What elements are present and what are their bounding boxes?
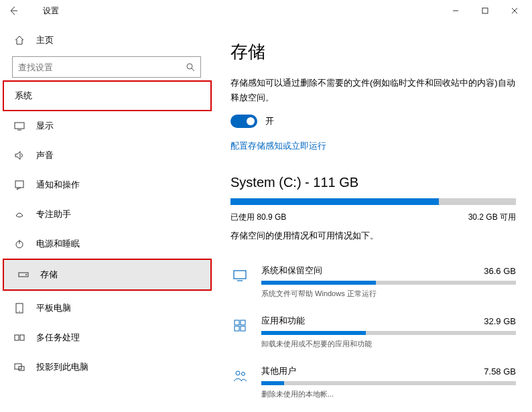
multitasking-icon bbox=[13, 332, 25, 344]
category-size: 32.9 GB bbox=[484, 316, 516, 326]
svg-point-18 bbox=[236, 371, 240, 375]
sidebar-home-label: 主页 bbox=[36, 34, 54, 46]
sidebar-item-focus[interactable]: 专注助手 bbox=[0, 200, 214, 229]
sidebar-item-multitasking[interactable]: 多任务处理 bbox=[0, 323, 214, 352]
category-sub: 系统文件可帮助 Windows 正常运行 bbox=[261, 289, 516, 299]
minimize-button[interactable] bbox=[444, 3, 468, 19]
storage-sense-toggle[interactable] bbox=[230, 115, 257, 128]
drive-title: System (C:) - 111 GB bbox=[230, 175, 516, 190]
sidebar-item-label: 投影到此电脑 bbox=[36, 361, 88, 373]
category-label: 应用和功能 bbox=[261, 315, 305, 327]
search-input[interactable] bbox=[18, 62, 186, 72]
svg-rect-14 bbox=[235, 320, 239, 325]
display-icon bbox=[13, 120, 25, 132]
svg-point-19 bbox=[242, 372, 245, 376]
storage-icon bbox=[17, 269, 29, 281]
sidebar-item-tablet[interactable]: 平板电脑 bbox=[0, 293, 214, 323]
sidebar-home[interactable]: 主页 bbox=[0, 27, 214, 54]
category-label: 系统和保留空间 bbox=[261, 265, 322, 277]
close-button[interactable] bbox=[503, 3, 527, 19]
storage-category-other[interactable]: 其他 bbox=[230, 407, 516, 412]
back-button[interactable] bbox=[5, 3, 21, 19]
sidebar-item-storage[interactable]: 存储 bbox=[4, 260, 210, 289]
category-label: 其他用户 bbox=[261, 365, 296, 377]
svg-rect-9 bbox=[15, 335, 19, 340]
power-icon bbox=[13, 238, 25, 250]
drive-desc: 存储空间的使用情况和可用情况如下。 bbox=[230, 230, 516, 242]
sound-icon bbox=[13, 149, 25, 161]
category-size: 7.58 GB bbox=[484, 366, 516, 376]
window-title: 设置 bbox=[43, 5, 59, 17]
free-label: 30.2 GB 可用 bbox=[468, 212, 516, 223]
svg-rect-3 bbox=[15, 181, 23, 188]
apps-icon bbox=[230, 316, 249, 335]
storage-category-other-users[interactable]: 其他用户7.58 GB 删除未使用的本地帐... bbox=[230, 357, 516, 407]
sidebar-item-label: 专注助手 bbox=[36, 208, 71, 220]
svg-rect-2 bbox=[15, 123, 24, 129]
sidebar-category: 系统 bbox=[4, 82, 210, 110]
storage-sense-desc: 存储感知可以通过删除不需要的文件(例如临时文件和回收站中的内容)自动释放空间。 bbox=[230, 76, 516, 105]
configure-storage-sense-link[interactable]: 配置存储感知或立即运行 bbox=[230, 140, 516, 152]
category-bar bbox=[261, 381, 516, 385]
svg-rect-17 bbox=[241, 326, 245, 331]
svg-rect-16 bbox=[235, 326, 239, 331]
search-box[interactable] bbox=[12, 56, 201, 78]
sidebar-item-label: 平板电脑 bbox=[36, 302, 71, 314]
toggle-label: 开 bbox=[265, 115, 274, 127]
svg-point-1 bbox=[187, 64, 192, 69]
category-size: 36.6 GB bbox=[484, 266, 516, 276]
sidebar-item-label: 电源和睡眠 bbox=[36, 238, 80, 250]
svg-point-6 bbox=[25, 274, 27, 275]
page-title: 存储 bbox=[230, 40, 516, 64]
svg-rect-0 bbox=[482, 8, 488, 13]
storage-category-system[interactable]: 系统和保留空间36.6 GB 系统文件可帮助 Windows 正常运行 bbox=[230, 257, 516, 307]
category-sub: 卸载未使用或不想要的应用和功能 bbox=[261, 339, 516, 349]
storage-category-apps[interactable]: 应用和功能32.9 GB 卸载未使用或不想要的应用和功能 bbox=[230, 307, 516, 357]
search-icon bbox=[186, 62, 195, 72]
system-icon bbox=[230, 266, 249, 285]
focus-icon bbox=[13, 208, 25, 220]
category-bar bbox=[261, 281, 516, 285]
home-icon bbox=[13, 34, 25, 46]
drive-usage-bar bbox=[230, 198, 516, 205]
category-sub: 删除未使用的本地帐... bbox=[261, 389, 516, 399]
users-icon bbox=[230, 366, 249, 385]
svg-rect-15 bbox=[241, 320, 245, 325]
sidebar-item-label: 显示 bbox=[36, 120, 54, 132]
svg-point-8 bbox=[19, 311, 19, 312]
used-label: 已使用 80.9 GB bbox=[230, 212, 286, 223]
sidebar-item-notifications[interactable]: 通知和操作 bbox=[0, 170, 214, 200]
svg-rect-10 bbox=[20, 335, 24, 340]
category-bar bbox=[261, 331, 516, 335]
sidebar-item-label: 声音 bbox=[36, 149, 54, 161]
sidebar-item-power[interactable]: 电源和睡眠 bbox=[0, 229, 214, 259]
notifications-icon bbox=[13, 179, 25, 191]
sidebar-item-label: 通知和操作 bbox=[36, 179, 80, 191]
sidebar-item-label: 存储 bbox=[40, 269, 58, 281]
project-icon bbox=[13, 361, 25, 373]
sidebar-item-display[interactable]: 显示 bbox=[0, 111, 214, 141]
svg-rect-13 bbox=[234, 271, 246, 279]
sidebar-item-projecting[interactable]: 投影到此电脑 bbox=[0, 352, 214, 382]
sidebar-item-sound[interactable]: 声音 bbox=[0, 141, 214, 170]
maximize-button[interactable] bbox=[473, 3, 497, 19]
tablet-icon bbox=[13, 302, 25, 314]
sidebar-item-label: 多任务处理 bbox=[36, 332, 80, 344]
